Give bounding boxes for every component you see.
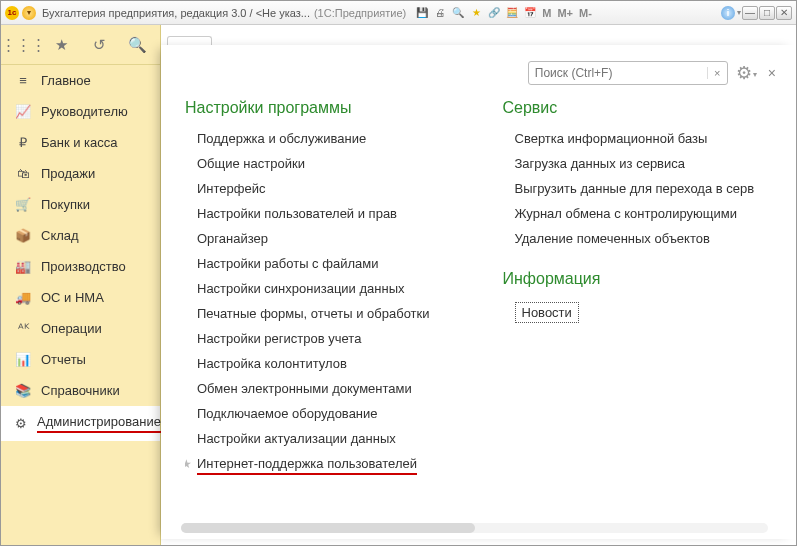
settings-link[interactable]: Настройки регистров учета (197, 331, 463, 346)
app-icon: 1c (5, 6, 19, 20)
service-link[interactable]: Выгрузить данные для перехода в серв (515, 181, 781, 196)
m-minus-button[interactable]: M- (577, 6, 594, 20)
panel-close[interactable]: × (764, 65, 780, 81)
service-link[interactable]: Журнал обмена с контролирующими (515, 206, 781, 221)
settings-link[interactable]: Интерфейс (197, 181, 463, 196)
nav-icon: 📚 (15, 383, 31, 398)
service-link[interactable]: Загрузка данных из сервиса (515, 156, 781, 171)
minimize-button[interactable]: — (742, 6, 758, 20)
print-icon[interactable]: 🖨 (432, 6, 448, 20)
nav-icon: ₽ (15, 135, 31, 150)
service-link[interactable]: Удаление помеченных объектов (515, 231, 781, 246)
history-icon[interactable]: ↺ (88, 34, 110, 56)
nav-label: Операции (41, 321, 102, 336)
m-button[interactable]: M (540, 6, 553, 20)
news-link[interactable]: Новости (515, 302, 579, 323)
nav: ≡Главное📈Руководителю₽Банк и касса🛍Прода… (1, 65, 160, 545)
nav-label: Главное (41, 73, 91, 88)
apps-icon[interactable]: ⋮⋮⋮ (13, 34, 35, 56)
settings-column: Настройки программы Поддержка и обслужив… (185, 91, 463, 529)
settings-link[interactable]: Общие настройки (197, 156, 463, 171)
window-title: Бухгалтерия предприятия, редакция 3.0 / … (42, 7, 310, 19)
settings-link[interactable]: Печатные формы, отчеты и обработки (197, 306, 463, 321)
nav-icon: ≡ (15, 73, 31, 88)
settings-link[interactable]: Настройки актуализации данных (197, 431, 463, 446)
settings-link[interactable]: Настройки синхронизации данных (197, 281, 463, 296)
sidebar-item-7[interactable]: 🚚ОС и НМА (1, 282, 160, 313)
nav-icon: 🛍 (15, 166, 31, 181)
nav-icon: 📦 (15, 228, 31, 243)
settings-link[interactable]: Настройки работы с файлами (197, 256, 463, 271)
search-input[interactable] (529, 66, 707, 80)
sidebar: ⋮⋮⋮ ★ ↺ 🔍 ≡Главное📈Руководителю₽Банк и к… (1, 25, 161, 545)
settings-heading: Настройки программы (185, 99, 463, 117)
nav-icon: 🚚 (15, 290, 31, 305)
sidebar-toolbar: ⋮⋮⋮ ★ ↺ 🔍 (1, 25, 160, 65)
settings-link[interactable]: Подключаемое оборудование (197, 406, 463, 421)
settings-link[interactable]: Настройки пользователей и прав (197, 206, 463, 221)
nav-label: Производство (41, 259, 126, 274)
m-plus-button[interactable]: M+ (555, 6, 575, 20)
scrollbar-thumb[interactable] (181, 523, 475, 533)
service-heading: Сервис (503, 99, 781, 117)
nav-label: Склад (41, 228, 79, 243)
sidebar-item-4[interactable]: 🛒Покупки (1, 189, 160, 220)
main: Нач × ⚙ × Настройки программы Поддержка … (161, 25, 796, 545)
nav-label: ОС и НМА (41, 290, 104, 305)
service-link[interactable]: Свертка информационной базы (515, 131, 781, 146)
settings-link[interactable]: Настройка колонтитулов (197, 356, 463, 371)
nav-label: Банк и касса (41, 135, 118, 150)
sidebar-item-2[interactable]: ₽Банк и касса (1, 127, 160, 158)
dropdown-icon[interactable]: ▾ (22, 6, 36, 20)
star-icon[interactable]: ★ (51, 34, 73, 56)
sidebar-item-0[interactable]: ≡Главное (1, 65, 160, 96)
sidebar-item-1[interactable]: 📈Руководителю (1, 96, 160, 127)
search-box[interactable]: × (528, 61, 728, 85)
search-clear[interactable]: × (707, 67, 727, 79)
maximize-button[interactable]: □ (759, 6, 775, 20)
settings-link[interactable]: Органайзер (197, 231, 463, 246)
favorite-icon[interactable]: ★ (468, 6, 484, 20)
horizontal-scrollbar[interactable] (181, 523, 768, 533)
nav-icon: ⚙ (15, 416, 27, 431)
calc-icon[interactable]: 🧮 (504, 6, 520, 20)
gear-icon[interactable]: ⚙ (736, 62, 756, 84)
nav-icon: 📈 (15, 104, 31, 119)
preview-icon[interactable]: 🔍 (450, 6, 466, 20)
toolbar: 💾 🖨 🔍 ★ 🔗 🧮 📅 M M+ M- (414, 6, 594, 20)
nav-label: Руководителю (41, 104, 128, 119)
settings-link[interactable]: Поддержка и обслуживание (197, 131, 463, 146)
admin-panel: × ⚙ × Настройки программы Поддержка и об… (161, 45, 796, 539)
sidebar-item-6[interactable]: 🏭Производство (1, 251, 160, 282)
calendar-icon[interactable]: 📅 (522, 6, 538, 20)
app-name: (1С:Предприятие) (314, 7, 406, 19)
nav-icon: 🏭 (15, 259, 31, 274)
nav-label: Администрирование (37, 414, 161, 433)
nav-icon: ᴬᴷ (15, 321, 31, 336)
save-icon[interactable]: 💾 (414, 6, 430, 20)
nav-icon: 🛒 (15, 197, 31, 212)
nav-label: Отчеты (41, 352, 86, 367)
info-heading: Информация (503, 270, 781, 288)
settings-link[interactable]: Обмен электронными документами (197, 381, 463, 396)
nav-label: Покупки (41, 197, 90, 212)
search-icon[interactable]: 🔍 (126, 34, 148, 56)
nav-label: Справочники (41, 383, 120, 398)
sidebar-item-9[interactable]: 📊Отчеты (1, 344, 160, 375)
titlebar: 1c ▾ Бухгалтерия предприятия, редакция 3… (1, 1, 796, 25)
link-icon[interactable]: 🔗 (486, 6, 502, 20)
settings-link-starred[interactable]: Интернет-поддержка пользователей (197, 456, 463, 471)
sidebar-item-5[interactable]: 📦Склад (1, 220, 160, 251)
info-icon[interactable]: i (721, 6, 735, 20)
sidebar-item-3[interactable]: 🛍Продажи (1, 158, 160, 189)
sidebar-item-10[interactable]: 📚Справочники (1, 375, 160, 406)
close-button[interactable]: ✕ (776, 6, 792, 20)
nav-icon: 📊 (15, 352, 31, 367)
service-column: Сервис Свертка информационной базыЗагруз… (503, 91, 781, 529)
nav-label: Продажи (41, 166, 95, 181)
sidebar-item-11[interactable]: ⚙Администрирование (1, 406, 160, 441)
sidebar-item-8[interactable]: ᴬᴷОперации (1, 313, 160, 344)
